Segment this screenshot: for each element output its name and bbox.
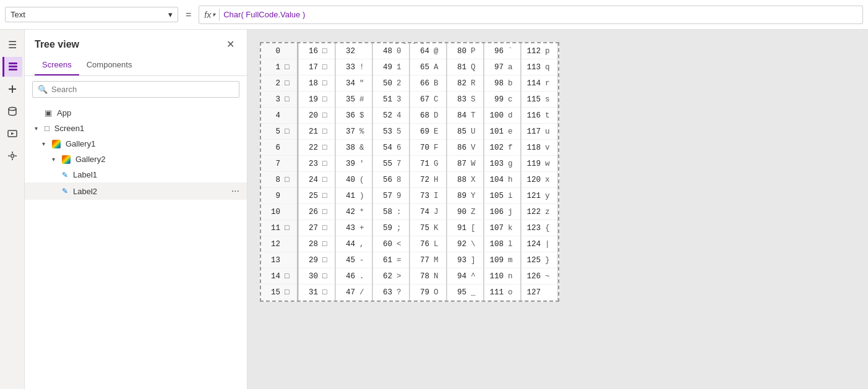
ascii-num: 108 — [484, 240, 507, 249]
ascii-char: □ — [321, 63, 335, 72]
ascii-row: 0 — [261, 43, 297, 59]
ascii-num: 74 — [410, 208, 432, 216]
ascii-char: * — [358, 208, 372, 216]
ascii-char: T — [470, 111, 483, 120]
gallery2-icon — [62, 155, 71, 164]
ascii-char: > — [395, 272, 409, 281]
tree-item-label2[interactable]: ✎ Label2 ··· — [25, 182, 247, 200]
tree-item-gallery1[interactable]: ▾ Gallery1 — [25, 136, 247, 152]
ascii-row: 92\ — [447, 236, 483, 252]
formula-bar[interactable]: fx ▾ Char( FullCode.Value ) — [199, 6, 863, 24]
tree-header: Tree view ✕ — [25, 30, 247, 56]
ascii-num: 34 — [336, 79, 358, 88]
ascii-char: □ — [283, 95, 297, 104]
ascii-row: 39' — [336, 156, 372, 172]
layers-icon[interactable] — [2, 57, 22, 77]
ascii-num: 2 — [261, 79, 283, 88]
ascii-num: 35 — [336, 95, 358, 104]
ascii-row: 41) — [336, 188, 372, 204]
ascii-char: - — [358, 256, 372, 265]
ascii-num: 7 — [261, 160, 283, 168]
ascii-row: 93] — [447, 252, 483, 268]
ascii-num: 31 — [299, 288, 321, 297]
ascii-row: 89Y — [447, 188, 483, 204]
property-selector[interactable]: Text ▾ — [5, 7, 178, 22]
ascii-num: 4 — [261, 111, 283, 120]
ascii-row: 94^ — [447, 268, 483, 284]
tree-item-label1[interactable]: ✎ Label1 — [25, 167, 247, 182]
ascii-char: c — [507, 95, 520, 104]
gallery1-chevron: ▾ — [42, 140, 49, 147]
ascii-num: 40 — [336, 176, 358, 184]
ascii-char: r — [544, 79, 557, 88]
ascii-num: 110 — [484, 272, 507, 281]
ascii-num: 105 — [484, 192, 507, 200]
ascii-num: 94 — [447, 272, 470, 281]
ascii-row: 98b — [484, 75, 520, 92]
ascii-char: 6 — [395, 143, 409, 152]
label2-more-button[interactable]: ··· — [229, 186, 242, 197]
ascii-num: 60 — [373, 240, 395, 249]
ascii-row: 65A — [410, 59, 446, 75]
ascii-char: [ — [470, 224, 483, 233]
ascii-row: 108l — [484, 236, 520, 252]
ascii-num: 92 — [447, 240, 470, 249]
tree-item-gallery2[interactable]: ▾ Gallery2 — [25, 152, 247, 167]
ascii-row: 125} — [522, 252, 557, 268]
tree-search-box[interactable]: 🔍 — [32, 81, 239, 98]
ascii-num: 72 — [410, 176, 432, 184]
ascii-char: t — [544, 111, 557, 120]
tab-screens[interactable]: Screens — [35, 56, 79, 75]
media-icon[interactable] — [2, 124, 22, 143]
tab-components[interactable]: Components — [79, 56, 140, 75]
ascii-row: 122z — [522, 204, 557, 220]
ascii-char: v — [544, 143, 557, 152]
ascii-num: 77 — [410, 256, 432, 265]
tools-icon[interactable] — [2, 146, 22, 166]
ascii-num: 58 — [373, 208, 395, 216]
ascii-row: 87W — [447, 156, 483, 172]
svg-rect-0 — [9, 62, 17, 64]
tree-item-screen1[interactable]: ▾ □ Screen1 — [25, 121, 247, 136]
tree-close-button[interactable]: ✕ — [224, 37, 237, 51]
ascii-row: 111o — [484, 284, 520, 301]
hamburger-menu-icon[interactable]: ☰ — [2, 35, 22, 54]
search-input[interactable] — [51, 85, 234, 94]
ascii-num: 53 — [373, 127, 395, 136]
screen1-chevron: ▾ — [35, 125, 42, 132]
tree-item-app[interactable]: ▣ App — [25, 105, 247, 121]
database-icon[interactable] — [2, 101, 22, 121]
ascii-row: 96` — [484, 43, 520, 59]
ascii-num: 37 — [336, 127, 358, 136]
ascii-row: 106j — [484, 204, 520, 220]
ascii-char: 8 — [395, 176, 409, 184]
ascii-row: 83S — [447, 92, 483, 108]
ascii-row: 84T — [447, 108, 483, 124]
ascii-row: 100d — [484, 108, 520, 124]
ascii-char: a — [507, 63, 520, 72]
ascii-section-6: 96`97a98b99c100d101e102f103g104h105i106j… — [484, 43, 521, 301]
ascii-char: □ — [321, 127, 335, 136]
ascii-char: = — [395, 256, 409, 265]
ascii-row: 63? — [373, 284, 409, 301]
ascii-num: 115 — [522, 95, 544, 104]
ascii-num: 62 — [373, 272, 395, 281]
ascii-num: 23 — [299, 160, 321, 168]
ascii-char: 3 — [395, 95, 409, 104]
ascii-char: k — [507, 224, 520, 233]
ascii-char: # — [358, 95, 372, 104]
ascii-row: 104h — [484, 172, 520, 188]
ascii-char: 5 — [395, 127, 409, 136]
ascii-row: 27□ — [299, 220, 335, 236]
ascii-row: 61= — [373, 252, 409, 268]
ascii-char: L — [432, 240, 446, 249]
add-icon[interactable] — [2, 79, 22, 99]
ascii-char: □ — [283, 176, 297, 184]
ascii-num: 107 — [484, 224, 507, 233]
ascii-char: s — [544, 95, 557, 104]
ascii-char: 9 — [395, 192, 409, 200]
ascii-char: □ — [321, 208, 335, 216]
ascii-num: 121 — [522, 192, 544, 200]
ascii-char: _ — [470, 288, 483, 297]
ascii-row: 99c — [484, 92, 520, 108]
